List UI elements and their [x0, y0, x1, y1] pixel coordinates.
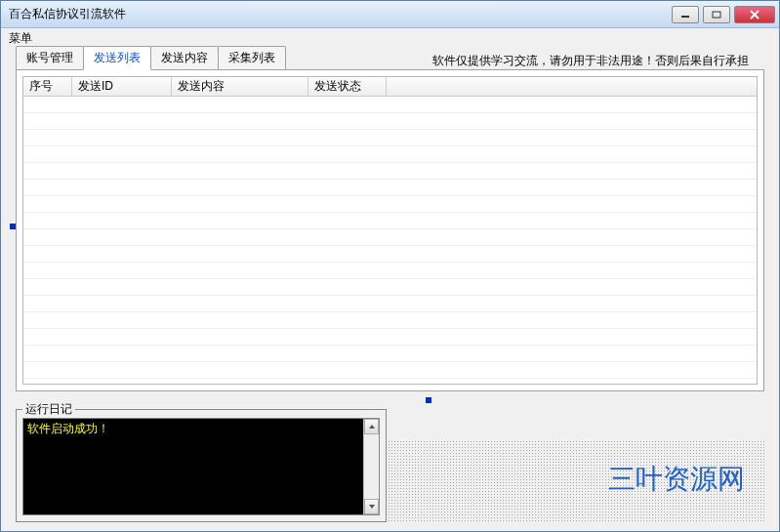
tab-panel: 序号 发送ID 发送内容 发送状态	[16, 69, 764, 391]
svg-marker-5	[369, 505, 375, 509]
window-controls	[672, 6, 775, 23]
maximize-icon	[712, 11, 721, 19]
log-body: 软件启动成功！	[22, 418, 380, 515]
svg-rect-1	[713, 12, 720, 18]
col-seq[interactable]: 序号	[23, 77, 72, 96]
table-row	[23, 130, 757, 146]
titlebar: 百合私信协议引流软件	[1, 1, 779, 28]
app-window: 百合私信协议引流软件 菜单 账号管理 发送列表 发送内容 采集列表 软件仅提供学…	[0, 0, 780, 532]
close-button[interactable]	[734, 6, 775, 23]
menu-item[interactable]: 菜单	[9, 31, 32, 45]
table-row	[23, 196, 757, 213]
chevron-down-icon	[368, 504, 376, 510]
table-row	[23, 113, 757, 130]
tab-send-list[interactable]: 发送列表	[83, 46, 151, 70]
tab-collect-list[interactable]: 采集列表	[218, 46, 286, 69]
maximize-button[interactable]	[703, 6, 730, 23]
tab-send-content[interactable]: 发送内容	[150, 46, 219, 69]
col-send-content[interactable]: 发送内容	[172, 77, 308, 96]
warning-text: 软件仅提供学习交流，请勿用于非法用途！否则后果自行承担	[432, 53, 764, 69]
scroll-down-button[interactable]	[364, 499, 379, 514]
close-icon	[749, 10, 760, 20]
scroll-track[interactable]	[364, 434, 379, 499]
log-title: 运行日记	[22, 401, 75, 418]
table-row	[23, 180, 757, 196]
table-header: 序号 发送ID 发送内容 发送状态	[23, 77, 757, 97]
col-send-id[interactable]: 发送ID	[72, 77, 172, 96]
log-groupbox: 运行日记 软件启动成功！	[16, 409, 387, 522]
table-row	[23, 97, 757, 113]
col-send-status[interactable]: 发送状态	[308, 77, 387, 96]
table-row	[23, 296, 757, 312]
table-row	[23, 329, 757, 346]
table-row	[23, 146, 757, 163]
table-body	[23, 97, 757, 384]
resize-handle[interactable]	[10, 224, 16, 229]
svg-line-2	[751, 11, 759, 19]
minimize-button[interactable]	[672, 6, 699, 23]
scroll-up-button[interactable]	[364, 419, 379, 434]
window-title: 百合私信协议引流软件	[9, 6, 672, 22]
menubar: 菜单	[1, 28, 779, 46]
log-text-area[interactable]: 软件启动成功！	[23, 419, 363, 514]
svg-marker-4	[369, 425, 375, 429]
tab-account-mgmt[interactable]: 账号管理	[16, 46, 84, 69]
table-row	[23, 163, 757, 180]
table-row	[23, 263, 757, 279]
tab-row: 账号管理 发送列表 发送内容 采集列表 软件仅提供学习交流，请勿用于非法用途！否…	[16, 48, 764, 69]
table-row	[23, 346, 757, 362]
table-row	[23, 312, 757, 329]
table-row	[23, 279, 757, 296]
log-line: 软件启动成功！	[27, 421, 359, 437]
table-row	[23, 213, 757, 229]
table-row	[23, 229, 757, 246]
table-row	[23, 246, 757, 263]
table-row	[23, 362, 757, 379]
svg-line-3	[751, 11, 759, 19]
watermark: 三叶资源网	[608, 461, 745, 498]
chevron-up-icon	[368, 424, 376, 430]
minimize-icon	[680, 11, 690, 19]
col-spacer	[387, 77, 757, 96]
send-table[interactable]: 序号 发送ID 发送内容 发送状态	[22, 76, 758, 385]
resize-handle[interactable]	[426, 397, 431, 403]
log-scrollbar[interactable]	[363, 419, 379, 514]
client-area: 账号管理 发送列表 发送内容 采集列表 软件仅提供学习交流，请勿用于非法用途！否…	[16, 48, 764, 521]
